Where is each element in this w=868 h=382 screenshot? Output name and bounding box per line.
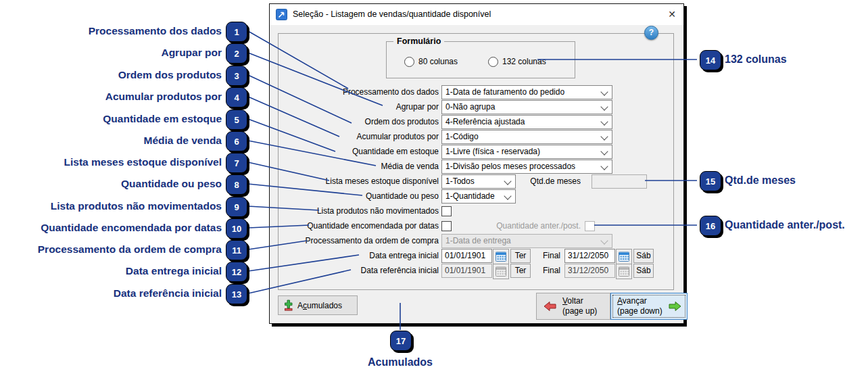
form-row: Data entrega inicial 01/01/1901 (270, 249, 682, 263)
callout-badge: 17 (390, 331, 412, 351)
selected-value: 1-Quantidade (445, 191, 495, 201)
acumular-produtos-por-select[interactable]: 1-Código (441, 130, 612, 144)
callout-badge: 14 (700, 50, 721, 70)
callout-label-14: 132 colunas (725, 52, 787, 67)
radio-icon (404, 57, 414, 67)
callout-label-9: Lista produtos não movimentados (51, 199, 222, 213)
formulario-groupbox: Formulário 80 colunas 132 colunas (386, 41, 575, 78)
callout-label-16: Quantidade anter./post. (725, 218, 845, 233)
calendar-glyph (619, 252, 629, 262)
acumulados-button[interactable]: Acumulados (278, 295, 358, 315)
calendar-glyph (619, 266, 629, 277)
field-label: Lista produtos não movimentados (270, 204, 439, 218)
weekday-box: Sáb (633, 249, 654, 263)
chevron-down-icon (600, 133, 608, 140)
field-label: Ordem dos produtos (270, 115, 439, 129)
radio-label: 80 colunas (418, 57, 458, 66)
calendar-icon[interactable] (616, 264, 632, 279)
selected-value: 1-Todos (445, 176, 475, 186)
field-label: Processamento da ordem de compra (270, 234, 439, 248)
callout-label-5: Quantidade em estoque (103, 112, 222, 126)
field-label: Quantidade em estoque (270, 145, 439, 159)
quantidade-em-estoque-select[interactable]: 1-Livre (física - reservada) (441, 145, 612, 159)
callout-label-2: Agrupar por (161, 46, 222, 59)
avancar-button[interactable]: Avançar (page down) (610, 293, 688, 320)
dialog-window: Seleção - Listagem de vendas/quantidade … (269, 3, 684, 324)
weekday-box: Sáb (633, 264, 654, 278)
lista-produtos-nao-movimentados-checkbox[interactable] (441, 206, 452, 216)
field-label: Data entrega inicial (270, 249, 439, 263)
callout-badge: 8 (226, 174, 247, 195)
green-right-arrow-icon (669, 301, 681, 312)
final-label: Final (493, 249, 560, 263)
quantidade-ou-peso-select[interactable]: 1-Quantidade (441, 189, 516, 204)
form-row: Quantidade em estoque 1-Livre (física - … (270, 145, 682, 159)
radio-132-colunas[interactable]: 132 colunas (488, 56, 546, 67)
selected-value: 1-Livre (física - reservada) (445, 147, 540, 156)
callout-label-10: Quantidade encomendada por datas (41, 221, 222, 235)
media-de-venda-select[interactable]: 1-Divisão pelos meses processados (441, 160, 612, 174)
form-row: Acumular produtos por 1-Código (270, 130, 682, 144)
callout-badge: 7 (226, 153, 247, 173)
callout-badge: 13 (226, 284, 247, 304)
field-label: Média de venda (270, 160, 439, 174)
callout-badge: 16 (700, 216, 721, 236)
radio-icon (488, 57, 498, 67)
field-label: Acumular produtos por (270, 130, 439, 144)
selected-value: 1-Divisão pelos meses processados (445, 162, 575, 171)
form-row: Média de venda 1-Divisão pelos meses pro… (270, 160, 682, 174)
data-referencia-inicial-input[interactable]: 01/01/1901 (441, 264, 492, 278)
data-entrega-final-input[interactable]: 31/12/2050 (564, 249, 615, 263)
calendar-icon[interactable] (616, 249, 632, 264)
data-entrega-inicial-input[interactable]: 01/01/1901 (441, 249, 492, 263)
final-label: Final (493, 264, 560, 278)
callout-badge: 4 (226, 87, 247, 108)
data-referencia-final-input[interactable]: 31/12/2050 (564, 264, 615, 278)
radio-label: 132 colunas (502, 57, 546, 66)
callout-badge: 15 (700, 171, 721, 191)
quantidade-encomendada-por-datas-checkbox[interactable] (441, 221, 452, 231)
ordem-dos-produtos-select[interactable]: 4-Referência ajustada (441, 115, 612, 129)
chevron-down-icon (600, 88, 608, 95)
form-row: Lista meses estoque disponível 1-Todos Q… (270, 174, 682, 189)
formulario-legend: Formulário (393, 37, 444, 46)
chevron-down-icon (600, 162, 608, 170)
button-label: Avançar (page down) (617, 296, 662, 316)
callout-badge: 6 (226, 131, 247, 151)
voltar-button[interactable]: Voltar (page up) (536, 293, 610, 320)
callout-badge: 10 (226, 218, 247, 239)
chevron-down-icon (600, 147, 608, 155)
selected-value: 4-Referência ajustada (445, 117, 525, 126)
window-title: Seleção - Listagem de vendas/quantidade … (293, 4, 491, 25)
help-icon[interactable]: ? (644, 26, 658, 40)
callout-label-17: Acumulados (346, 356, 454, 368)
quantidade-anter-post-label: Quantidade anter./post. (493, 219, 581, 233)
field-label: Agrupar por (270, 100, 439, 114)
callout-label-4: Acumular produtos por (105, 90, 222, 103)
callout-label-11: Processamento da ordem de compra (38, 243, 222, 256)
button-label: Acumulados (297, 301, 342, 310)
dialog-client-area: ? Formulário 80 colunas 132 colunas Proc… (270, 25, 682, 323)
app-icon (276, 9, 287, 20)
title-bar[interactable]: Seleção - Listagem de vendas/quantidade … (270, 4, 683, 25)
processamento-ordem-compra-select[interactable]: 1-Data de entrega (441, 234, 612, 248)
field-label: Quantidade encomendada por datas (270, 219, 439, 233)
chevron-down-icon (600, 103, 608, 110)
form-row: Ordem dos produtos 4-Referência ajustada (270, 115, 682, 129)
callout-badge: 3 (226, 66, 247, 86)
qtd-de-meses-label: Qtd.de meses (493, 174, 581, 189)
chevron-down-icon (504, 192, 511, 199)
processamento-dos-dados-select[interactable]: 1-Data de faturamento do pedido (441, 85, 612, 99)
callout-badge: 1 (226, 22, 247, 42)
close-icon[interactable]: ✕ (660, 4, 683, 25)
callout-badge: 12 (226, 262, 247, 282)
field-label: Quantidade ou peso (270, 189, 439, 204)
qtd-de-meses-input[interactable] (592, 174, 647, 189)
radio-80-colunas[interactable]: 80 colunas (404, 56, 458, 67)
callout-badge: 9 (226, 197, 247, 217)
chevron-down-icon (600, 118, 608, 125)
agrupar-por-select[interactable]: 0-Não agrupa (441, 100, 612, 114)
quantidade-anter-post-checkbox[interactable] (585, 221, 595, 231)
button-label: Voltar (page up) (562, 296, 597, 316)
selected-value: 1-Data de faturamento do pedido (445, 87, 564, 97)
